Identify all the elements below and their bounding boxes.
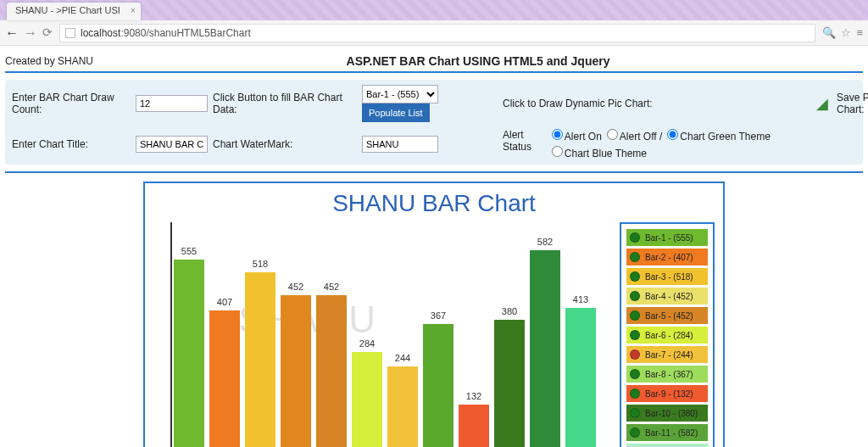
bar-value-label: 413 [565,294,596,305]
zoom-icon[interactable]: 🔍 [822,26,836,39]
bar-value-label: 452 [316,282,347,292]
browser-toolbar: ← → ⟳ localhost:9080/shanuHTML5BarChart … [0,20,868,46]
bar-value-label: 367 [423,310,453,321]
menu-icon[interactable]: ≡ [856,26,863,39]
legend-dot-icon [630,232,640,243]
legend-dot-icon [630,252,640,262]
alert-on-option[interactable]: Alert On [552,129,602,142]
legend-dot-icon [630,349,640,360]
bar[interactable]: 413 [565,308,596,447]
bar[interactable]: 555 [174,260,204,447]
bar[interactable]: 132 [459,405,489,447]
watermark-label: Chart WaterMark: [213,138,357,150]
legend-item[interactable]: Bar-4 - (452) [626,288,708,305]
legend-dot-icon [630,330,640,340]
legend-item[interactable]: Bar-2 - (407) [626,249,708,265]
legend-label: Bar-2 - (407) [645,253,693,262]
created-by-label: Created by SHANU [5,55,93,67]
bar-value-label: 518 [245,259,275,269]
legend-item[interactable]: Bar-1 - (555) [626,229,708,246]
legend-label: Bar-6 - (284) [645,331,693,340]
bar[interactable]: 284 [352,352,382,447]
browser-tab[interactable]: SHANU - >PIE Chart USI × [7,3,141,20]
divider [5,171,863,173]
url-host: localhost [81,27,120,39]
legend-label: Bar-4 - (452) [645,292,693,301]
legend-item[interactable]: Bar-7 - (244) [626,346,708,363]
bar-value-label: 407 [209,297,240,307]
legend-dot-icon [630,408,640,418]
legend-dot-icon [630,291,640,301]
blue-theme-option[interactable]: Chart Blue Theme [552,146,647,159]
divider [5,71,863,73]
chart-container: SHANU BAR Chart SHANU 555407518452452284… [143,182,725,447]
save-pic-label: Save Pic Chart: [837,92,868,115]
dynamic-chart-label: Click to Draw Dynamic Pic Chart: [503,98,808,109]
legend-label: Bar-8 - (367) [645,370,693,379]
fill-data-label: Click Button to fill BAR Chart Data: [213,92,357,115]
legend-label: Bar-11 - (582) [645,428,698,438]
bookmark-icon[interactable]: ☆ [841,26,851,39]
legend-label: Bar-5 - (452) [645,311,693,321]
chart-title-label: Enter Chart Title: [12,138,131,150]
legend-label: Bar-7 - (244) [645,350,693,360]
url-path: /shanuHTML5BarChart [146,27,250,39]
legend-label: Bar-3 - (518) [645,272,693,282]
legend-item[interactable]: Bar-8 - (367) [626,366,708,383]
bar[interactable]: 407 [209,310,240,447]
bar[interactable]: 518 [245,272,275,447]
legend-label: Bar-10 - (380) [645,409,698,418]
address-bar[interactable]: localhost:9080/shanuHTML5BarChart [59,24,815,42]
legend-item[interactable]: Bar-10 - (380) [626,405,708,422]
reload-icon[interactable]: ⟳ [42,25,53,41]
bar-value-label: 284 [352,338,382,349]
chart-title-input[interactable] [136,136,208,153]
populate-button[interactable]: Populate List [362,103,430,122]
chart-icon[interactable]: ◢ [813,94,832,113]
legend-item[interactable]: Bar-9 - (132) [626,385,708,402]
url-port: :9080 [120,27,146,39]
bar-value-label: 582 [530,237,560,247]
browser-tabstrip: SHANU - >PIE Chart USI × [0,0,868,20]
bar-select[interactable]: Bar-1 - (555) [362,85,438,103]
legend-label: Bar-9 - (132) [645,389,693,399]
chart-title: SHANU BAR Chart [153,190,715,217]
legend-item[interactable]: Bar-5 - (452) [626,307,708,324]
chart-legend: Bar-1 - (555)Bar-2 - (407)Bar-3 - (518)B… [620,222,715,447]
bar-value-label: 452 [281,282,311,292]
back-icon[interactable]: ← [5,25,19,41]
legend-item[interactable]: Bar-11 - (582) [626,424,708,441]
watermark-input[interactable] [362,136,438,153]
page-title: ASP.NET BAR Chart USING HTML5 and Jquery [93,54,863,68]
bar-value-label: 244 [387,353,418,363]
green-theme-option[interactable]: Chart Green Theme [667,129,771,142]
bar[interactable]: 380 [494,320,525,447]
legend-dot-icon [630,427,640,438]
alert-off-option[interactable]: Alert Off / [607,129,662,142]
bar[interactable]: 244 [387,366,418,447]
bar[interactable]: 452 [281,295,311,447]
chart-plot: SHANU 5554075184524522842443671323805824… [153,222,603,447]
legend-dot-icon [630,310,640,321]
legend-item[interactable]: Bar-3 - (518) [626,268,708,285]
legend-item[interactable]: Bar-12 - (413) [626,444,708,447]
close-icon[interactable]: × [131,6,136,15]
legend-label: Bar-1 - (555) [645,233,693,243]
legend-item[interactable]: Bar-6 - (284) [626,327,708,344]
legend-dot-icon [630,369,640,379]
tab-title: SHANU - >PIE Chart USI [15,5,120,15]
forward-icon[interactable]: → [24,25,37,41]
bar[interactable]: 582 [530,250,560,447]
draw-count-input[interactable] [136,95,208,112]
bar[interactable]: 452 [316,295,347,447]
legend-dot-icon [630,388,640,399]
bar-value-label: 132 [459,391,489,401]
draw-count-label: Enter BAR Chart Draw Count: [12,92,131,115]
bar-value-label: 555 [174,246,204,256]
legend-dot-icon [630,271,640,282]
controls-panel: Enter BAR Chart Draw Count: Click Button… [5,80,863,165]
y-axis [170,222,172,447]
bar[interactable]: 367 [423,324,453,447]
alert-status-label: Alert Status [503,129,545,153]
page-icon [65,28,75,38]
